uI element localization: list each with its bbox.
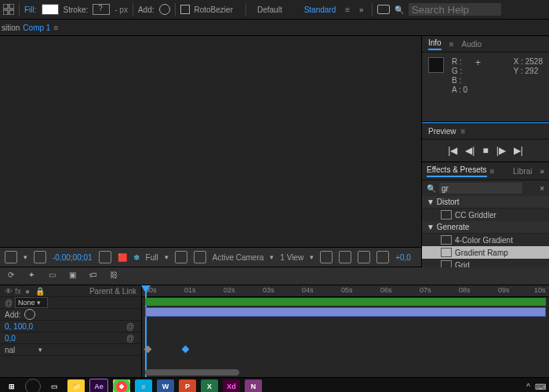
clear-search-icon[interactable]: × xyxy=(540,184,544,193)
grid-icon[interactable] xyxy=(34,251,46,263)
workspace-default[interactable]: Default xyxy=(257,5,282,14)
eff-search-icon[interactable]: 🔍 xyxy=(427,184,436,193)
eye-icon[interactable]: 👁 xyxy=(5,287,13,295)
solo-icon[interactable]: ● xyxy=(25,287,33,295)
after-effects-icon[interactable]: Ae xyxy=(89,379,108,392)
task-view-icon[interactable]: ▭ xyxy=(45,379,63,392)
blend-mode[interactable]: nal xyxy=(5,346,15,354)
camera-icon[interactable] xyxy=(99,251,111,263)
prev-frame-button[interactable]: ◀| xyxy=(465,145,474,156)
effect-4color-gradient[interactable]: 4-Color Gradient xyxy=(422,234,549,246)
comp-name[interactable]: Comp 1 xyxy=(23,24,50,32)
blend-arrow-icon[interactable]: ▾ xyxy=(38,346,42,354)
tmal-row[interactable]: nal ▾ xyxy=(0,344,141,356)
tl-tool5-icon[interactable]: 🏷 xyxy=(89,270,102,281)
comp-menu-icon[interactable]: ≡ xyxy=(53,24,58,32)
resolution-dropdown[interactable]: Full xyxy=(146,253,158,262)
xd-icon[interactable]: Xd xyxy=(223,379,240,392)
view-arrow-icon[interactable]: ▾ xyxy=(310,253,314,261)
word-icon[interactable]: W xyxy=(157,379,174,392)
start-button[interactable]: ⊞ xyxy=(3,379,20,392)
category-distort[interactable]: ▼ Distort xyxy=(422,196,549,209)
info-menu-icon[interactable]: ≡ xyxy=(449,40,454,49)
tray-keyboard-icon[interactable]: ⌨ xyxy=(535,383,546,391)
spiral-icon[interactable]: @ xyxy=(126,322,134,330)
camera-dropdown[interactable]: Active Camera xyxy=(213,253,264,262)
magnify-dropdown-icon[interactable]: ▾ xyxy=(24,253,27,261)
tl-tool6-icon[interactable]: ⛓ xyxy=(110,270,122,281)
spiral-icon[interactable]: @ xyxy=(5,299,13,307)
vp-tool4-icon[interactable] xyxy=(376,251,389,263)
add-prop-button[interactable] xyxy=(24,309,35,320)
onenote-icon[interactable]: N xyxy=(245,379,262,392)
chrome-icon[interactable] xyxy=(113,379,130,392)
effect-gradient-ramp[interactable]: Gradient Ramp xyxy=(422,246,549,259)
effects-overflow-icon[interactable]: » xyxy=(540,167,544,176)
effects-tab[interactable]: Effects & Presets xyxy=(427,165,487,177)
scale-value[interactable]: 0, 100,0 xyxy=(5,322,33,331)
last-frame-button[interactable]: ▶| xyxy=(514,145,523,156)
work-area-bar[interactable] xyxy=(145,298,546,306)
vp-tool3-icon[interactable] xyxy=(358,251,370,263)
workspace-menu-icon[interactable]: ≡ xyxy=(345,5,350,14)
timeline-tracks[interactable]: 00s 01s 02s 03s 04s 05s 06s 07s 08s 09s … xyxy=(142,285,549,377)
taskbar-search-icon[interactable] xyxy=(25,379,41,392)
time-ruler[interactable]: 00s 01s 02s 03s 04s 05s 06s 07s 08s 09s … xyxy=(142,285,549,297)
tab-info[interactable]: Info xyxy=(428,38,442,50)
rotation-value[interactable]: 0,0 xyxy=(5,334,16,343)
stop-button[interactable]: ■ xyxy=(482,145,488,156)
color-droplet-icon[interactable]: 🟥 xyxy=(118,253,127,262)
keyframe[interactable] xyxy=(182,346,190,354)
stroke-swatch[interactable] xyxy=(93,4,110,15)
add-button[interactable] xyxy=(159,4,170,15)
tab-audio[interactable]: Audio xyxy=(462,40,482,49)
fill-swatch[interactable] xyxy=(42,4,59,15)
tl-tool2-icon[interactable]: ✦ xyxy=(28,270,41,281)
cam-arrow-icon[interactable]: ▾ xyxy=(270,253,274,261)
rotobezier-checkbox[interactable] xyxy=(180,5,190,14)
reset-row[interactable]: 0,0 @ xyxy=(0,332,141,344)
tray-up-icon[interactable]: ^ xyxy=(526,383,530,391)
stroke-width[interactable]: - px xyxy=(115,5,128,14)
channel-icon[interactable]: ❄ xyxy=(133,253,140,262)
next-frame-button[interactable]: |▶ xyxy=(496,145,506,156)
workspace-standard[interactable]: Standard xyxy=(304,5,336,14)
current-time[interactable]: -0,00;00;01 xyxy=(53,253,93,262)
explorer-icon[interactable]: 📁 xyxy=(67,379,85,392)
layer-row[interactable]: @ None▾ xyxy=(0,297,141,309)
category-generate[interactable]: ▼ Generate xyxy=(422,221,549,234)
parent-dropdown[interactable]: None▾ xyxy=(15,297,48,308)
view-dropdown[interactable]: 1 View xyxy=(280,253,304,262)
spiral-icon[interactable]: @ xyxy=(126,334,134,342)
scale-row[interactable]: 0, 100,0 @ xyxy=(0,321,141,332)
effects-menu-icon[interactable]: ≡ xyxy=(490,167,495,176)
app-menu-icon[interactable] xyxy=(3,4,14,15)
vp-tool2-icon[interactable] xyxy=(339,251,351,263)
first-frame-button[interactable]: |◀ xyxy=(448,145,457,156)
transparency-icon[interactable] xyxy=(194,251,206,263)
exposure-value[interactable]: +0,0 xyxy=(395,253,411,262)
edge-icon[interactable]: e xyxy=(135,379,152,392)
vp-tool1-icon[interactable] xyxy=(320,251,333,263)
fx-col-icon[interactable]: fx xyxy=(15,287,23,295)
preview-menu-icon[interactable]: ≡ xyxy=(461,127,466,136)
res-arrow-icon[interactable]: ▾ xyxy=(165,253,169,261)
powerpoint-icon[interactable]: P xyxy=(179,379,196,392)
horizontal-scrollbar[interactable] xyxy=(145,369,239,376)
lock-icon[interactable]: 🔒 xyxy=(35,287,43,295)
effect-cc-griddler[interactable]: CC Griddler xyxy=(422,209,549,221)
region-icon[interactable] xyxy=(175,251,187,263)
tl-tool4-icon[interactable]: ▣ xyxy=(69,270,82,281)
snapshot-icon[interactable] xyxy=(377,5,390,14)
magnify-icon[interactable] xyxy=(5,251,17,263)
tl-tool1-icon[interactable]: ⟳ xyxy=(8,270,20,281)
excel-icon[interactable]: X xyxy=(201,379,218,392)
layer-bar[interactable] xyxy=(145,307,546,317)
toolbar-overflow-icon[interactable]: » xyxy=(359,5,364,14)
effects-search-input[interactable] xyxy=(439,183,522,194)
search-help-input[interactable] xyxy=(409,3,501,16)
libraries-tab[interactable]: Librai xyxy=(513,167,532,176)
composition-viewport[interactable] xyxy=(0,36,421,247)
search-icon[interactable]: 🔍 xyxy=(394,5,404,14)
tl-tool3-icon[interactable]: ▭ xyxy=(49,270,61,281)
